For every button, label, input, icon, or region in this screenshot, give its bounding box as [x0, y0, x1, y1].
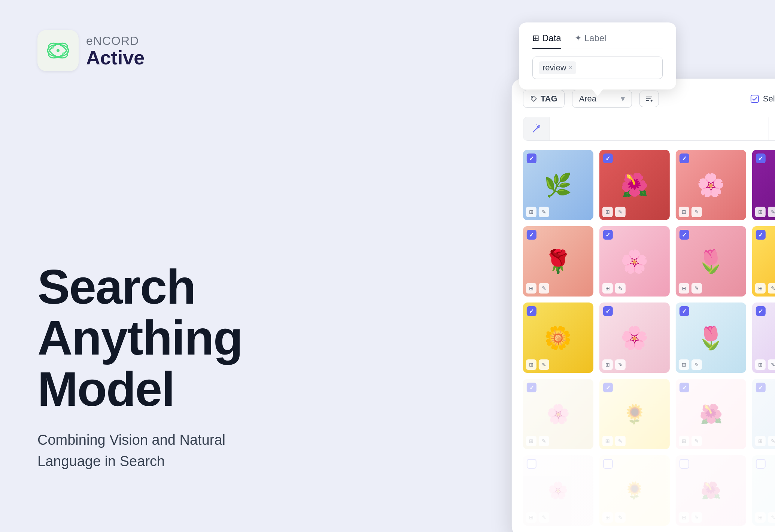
- label-tab-icon: ✦: [575, 33, 581, 43]
- expand-icon-17[interactable]: ⊞: [526, 512, 537, 523]
- checkbox-15[interactable]: ✓: [680, 383, 689, 392]
- checkbox-2[interactable]: ✓: [603, 153, 613, 163]
- edit-icon-14[interactable]: ✎: [615, 436, 626, 446]
- cell-actions-3: ⊞ ✎: [679, 207, 702, 217]
- checkbox-12[interactable]: ✓: [756, 306, 766, 316]
- edit-icon-19[interactable]: ✎: [692, 512, 702, 523]
- image-cell-1[interactable]: 🌿 ✓ ⊞ ✎: [523, 150, 593, 220]
- image-cell-18[interactable]: 🌻 ⊞ ✎: [599, 455, 670, 526]
- checkbox-17[interactable]: [527, 459, 537, 469]
- expand-icon-8[interactable]: ⊞: [755, 283, 766, 294]
- image-cell-3[interactable]: 🌸 ✓ ⊞ ✎: [676, 150, 746, 220]
- checkbox-4[interactable]: ✓: [756, 153, 766, 163]
- image-cell-17[interactable]: 🌸 ⊞ ✎: [523, 455, 593, 526]
- expand-icon-16[interactable]: ⊞: [755, 436, 766, 446]
- checkbox-19[interactable]: [680, 459, 689, 469]
- image-cell-8[interactable]: 🌻 ✓ ⊞ ✎: [752, 226, 775, 297]
- edit-icon-9[interactable]: ✎: [539, 359, 549, 370]
- checkbox-6[interactable]: ✓: [603, 230, 613, 240]
- image-cell-4[interactable]: 💜 ✓ ⊞ ✎: [752, 150, 775, 220]
- edit-icon-3[interactable]: ✎: [692, 207, 702, 217]
- expand-icon-10[interactable]: ⊞: [602, 359, 613, 370]
- checkbox-14[interactable]: ✓: [603, 383, 613, 392]
- svg-point-3: [57, 49, 60, 52]
- main-headline: Search Anything Model: [37, 261, 344, 415]
- expand-icon-13[interactable]: ⊞: [526, 436, 537, 446]
- tag-close-button[interactable]: ×: [569, 64, 573, 72]
- edit-icon-5[interactable]: ✎: [539, 283, 549, 294]
- checkbox-1[interactable]: ✓: [527, 153, 537, 163]
- checkbox-9[interactable]: ✓: [527, 306, 537, 316]
- image-cell-11[interactable]: 🌷 ✓ ⊞ ✎: [676, 303, 746, 373]
- edit-icon-1[interactable]: ✎: [539, 207, 549, 217]
- checkbox-20[interactable]: [756, 459, 766, 469]
- expand-icon-1[interactable]: ⊞: [526, 207, 537, 217]
- expand-icon-6[interactable]: ⊞: [602, 283, 613, 294]
- expand-icon-4[interactable]: ⊞: [755, 207, 766, 217]
- expand-icon-12[interactable]: ⊞: [755, 359, 766, 370]
- popup-input-area[interactable]: review ×: [532, 57, 663, 79]
- sort-button[interactable]: [639, 91, 659, 107]
- cell-actions-8: ⊞ ✎: [755, 283, 775, 294]
- checkbox-18[interactable]: [603, 459, 613, 469]
- edit-icon-12[interactable]: ✎: [768, 359, 775, 370]
- sort-icon: [645, 95, 653, 103]
- expand-icon-14[interactable]: ⊞: [602, 436, 613, 446]
- image-cell-12[interactable]: 🌷 ✓ ⊞ ✎: [752, 303, 775, 373]
- checkbox-5[interactable]: ✓: [527, 230, 537, 240]
- cell-actions-15: ⊞ ✎: [679, 436, 702, 446]
- image-cell-9[interactable]: 🌼 ✓ ⊞ ✎: [523, 303, 593, 373]
- expand-icon-19[interactable]: ⊞: [679, 512, 689, 523]
- edit-icon-4[interactable]: ✎: [768, 207, 775, 217]
- edit-icon-15[interactable]: ✎: [692, 436, 702, 446]
- magic-search-button[interactable]: [523, 117, 550, 140]
- edit-icon-20[interactable]: ✎: [768, 512, 775, 523]
- expand-icon-3[interactable]: ⊞: [679, 207, 689, 217]
- select-all-button[interactable]: Select all (5000): [750, 94, 775, 104]
- expand-icon-11[interactable]: ⊞: [679, 359, 689, 370]
- image-cell-19[interactable]: 🌺 ⊞ ✎: [676, 455, 746, 526]
- image-cell-20[interactable]: 💐 ⊞ ✎: [752, 455, 775, 526]
- tab-label[interactable]: ✦ Label: [575, 33, 607, 49]
- checkbox-7[interactable]: ✓: [680, 230, 689, 240]
- image-cell-14[interactable]: 🌻 ✓ ⊞ ✎: [599, 379, 670, 449]
- checkbox-11[interactable]: ✓: [680, 306, 689, 316]
- edit-icon-8[interactable]: ✎: [768, 283, 775, 294]
- image-cell-15[interactable]: 🌺 ✓ ⊞ ✎: [676, 379, 746, 449]
- image-cell-2[interactable]: 🌺 ✓ ⊞ ✎: [599, 150, 670, 220]
- tab-data[interactable]: ⊞ Data: [532, 33, 561, 49]
- image-cell-13[interactable]: 🌸 ✓ ⊞ ✎: [523, 379, 593, 449]
- expand-icon-15[interactable]: ⊞: [679, 436, 689, 446]
- image-cell-7[interactable]: 🌷 ✓ ⊞ ✎: [676, 226, 746, 297]
- expand-icon-7[interactable]: ⊞: [679, 283, 689, 294]
- popup-tabs: ⊞ Data ✦ Label: [532, 33, 663, 49]
- checkbox-3[interactable]: ✓: [680, 153, 689, 163]
- expand-icon-2[interactable]: ⊞: [602, 207, 613, 217]
- edit-icon-2[interactable]: ✎: [615, 207, 626, 217]
- tag-button[interactable]: TAG: [523, 90, 565, 108]
- search-input[interactable]: [550, 117, 769, 140]
- checkbox-10[interactable]: ✓: [603, 306, 613, 316]
- edit-icon-6[interactable]: ✎: [615, 283, 626, 294]
- edit-icon-18[interactable]: ✎: [615, 512, 626, 523]
- expand-icon-20[interactable]: ⊞: [755, 512, 766, 523]
- search-submit-button[interactable]: Search: [769, 117, 775, 140]
- edit-icon-13[interactable]: ✎: [539, 436, 549, 446]
- edit-icon-16[interactable]: ✎: [768, 436, 775, 446]
- image-cell-10[interactable]: 🌸 ✓ ⊞ ✎: [599, 303, 670, 373]
- expand-icon-9[interactable]: ⊞: [526, 359, 537, 370]
- edit-icon-11[interactable]: ✎: [692, 359, 702, 370]
- expand-icon-5[interactable]: ⊞: [526, 283, 537, 294]
- checkbox-13[interactable]: ✓: [527, 383, 537, 392]
- checkbox-8[interactable]: ✓: [756, 230, 766, 240]
- image-cell-16[interactable]: 💐 ✓ ⊞ ✎: [752, 379, 775, 449]
- image-cell-5[interactable]: 🌹 ✓ ⊞ ✎: [523, 226, 593, 297]
- search-popup: ⊞ Data ✦ Label review ×: [519, 22, 676, 89]
- svg-point-14: [537, 124, 537, 125]
- edit-icon-17[interactable]: ✎: [539, 512, 549, 523]
- image-cell-6[interactable]: 🌸 ✓ ⊞ ✎: [599, 226, 670, 297]
- edit-icon-10[interactable]: ✎: [615, 359, 626, 370]
- expand-icon-18[interactable]: ⊞: [602, 512, 613, 523]
- checkbox-16[interactable]: ✓: [756, 383, 766, 392]
- edit-icon-7[interactable]: ✎: [692, 283, 702, 294]
